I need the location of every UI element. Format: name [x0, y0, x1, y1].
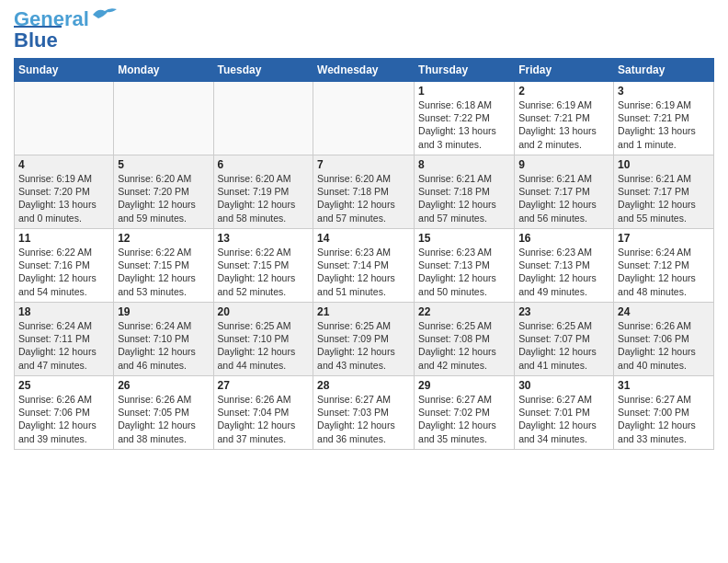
day-number: 6	[218, 158, 310, 171]
day-info: Sunrise: 6:22 AMSunset: 7:15 PMDaylight:…	[118, 246, 209, 298]
calendar-cell: 17Sunrise: 6:24 AMSunset: 7:12 PMDayligh…	[614, 229, 714, 303]
day-number: 3	[618, 85, 710, 98]
day-info: Sunrise: 6:26 AMSunset: 7:06 PMDaylight:…	[618, 319, 710, 372]
day-info: Sunrise: 6:24 AMSunset: 7:12 PMDaylight:…	[618, 246, 710, 298]
day-number: 19	[118, 305, 209, 318]
day-info: Sunrise: 6:25 AMSunset: 7:09 PMDaylight:…	[317, 319, 410, 372]
calendar-week-2: 4Sunrise: 6:19 AMSunset: 7:20 PMDaylight…	[15, 155, 714, 229]
calendar-cell: 10Sunrise: 6:21 AMSunset: 7:17 PMDayligh…	[614, 155, 714, 229]
day-info: Sunrise: 6:21 AMSunset: 7:18 PMDaylight:…	[418, 172, 510, 224]
day-info: Sunrise: 6:23 AMSunset: 7:13 PMDaylight:…	[418, 246, 510, 298]
day-number: 9	[518, 158, 609, 171]
day-info: Sunrise: 6:27 AMSunset: 7:03 PMDaylight:…	[317, 393, 410, 445]
day-number: 13	[218, 232, 310, 245]
day-number: 25	[18, 379, 109, 392]
calendar-cell: 13Sunrise: 6:22 AMSunset: 7:15 PMDayligh…	[213, 229, 313, 303]
day-number: 24	[618, 305, 710, 318]
calendar-cell: 1Sunrise: 6:18 AMSunset: 7:22 PMDaylight…	[415, 82, 515, 155]
day-info: Sunrise: 6:20 AMSunset: 7:20 PMDaylight:…	[118, 172, 209, 224]
weekday-header-tuesday: Tuesday	[213, 59, 313, 82]
calendar-cell	[213, 82, 313, 155]
day-info: Sunrise: 6:27 AMSunset: 7:01 PMDaylight:…	[518, 393, 609, 445]
day-number: 1	[418, 85, 510, 98]
day-number: 31	[618, 379, 710, 392]
calendar-cell: 14Sunrise: 6:23 AMSunset: 7:14 PMDayligh…	[313, 229, 415, 303]
day-number: 8	[418, 158, 510, 171]
day-info: Sunrise: 6:23 AMSunset: 7:14 PMDaylight:…	[317, 246, 410, 298]
day-number: 29	[418, 379, 510, 392]
day-number: 11	[18, 232, 109, 245]
day-number: 14	[317, 232, 410, 245]
day-number: 4	[18, 158, 109, 171]
page-header: General Blue	[14, 9, 714, 52]
day-info: Sunrise: 6:19 AMSunset: 7:20 PMDaylight:…	[18, 172, 109, 224]
logo-bird-icon	[91, 6, 119, 26]
day-number: 30	[518, 379, 609, 392]
day-number: 17	[618, 232, 710, 245]
calendar-cell: 6Sunrise: 6:20 AMSunset: 7:19 PMDaylight…	[213, 155, 313, 229]
day-number: 27	[218, 379, 310, 392]
calendar-week-3: 11Sunrise: 6:22 AMSunset: 7:16 PMDayligh…	[15, 229, 714, 303]
day-info: Sunrise: 6:22 AMSunset: 7:16 PMDaylight:…	[18, 246, 109, 298]
calendar-cell: 8Sunrise: 6:21 AMSunset: 7:18 PMDaylight…	[415, 155, 515, 229]
logo: General Blue	[14, 9, 119, 52]
day-number: 22	[418, 305, 510, 318]
weekday-header-wednesday: Wednesday	[313, 59, 415, 82]
day-info: Sunrise: 6:26 AMSunset: 7:04 PMDaylight:…	[218, 393, 310, 445]
day-info: Sunrise: 6:26 AMSunset: 7:05 PMDaylight:…	[118, 393, 209, 445]
calendar-cell: 24Sunrise: 6:26 AMSunset: 7:06 PMDayligh…	[614, 303, 714, 376]
calendar-cell: 11Sunrise: 6:22 AMSunset: 7:16 PMDayligh…	[15, 229, 114, 303]
day-number: 28	[317, 379, 410, 392]
calendar-cell	[114, 82, 213, 155]
weekday-header-monday: Monday	[114, 59, 213, 82]
calendar-cell: 23Sunrise: 6:25 AMSunset: 7:07 PMDayligh…	[515, 303, 614, 376]
calendar-cell	[313, 82, 415, 155]
day-info: Sunrise: 6:19 AMSunset: 7:21 PMDaylight:…	[518, 98, 609, 151]
weekday-header-saturday: Saturday	[614, 59, 714, 82]
calendar-cell: 22Sunrise: 6:25 AMSunset: 7:08 PMDayligh…	[415, 303, 515, 376]
weekday-header-sunday: Sunday	[15, 59, 114, 82]
logo-blue-text: Blue	[14, 26, 62, 52]
day-info: Sunrise: 6:25 AMSunset: 7:08 PMDaylight:…	[418, 319, 510, 372]
calendar-cell: 3Sunrise: 6:19 AMSunset: 7:21 PMDaylight…	[614, 82, 714, 155]
calendar-cell: 12Sunrise: 6:22 AMSunset: 7:15 PMDayligh…	[114, 229, 213, 303]
calendar-cell: 29Sunrise: 6:27 AMSunset: 7:02 PMDayligh…	[415, 376, 515, 450]
day-number: 12	[118, 232, 209, 245]
day-info: Sunrise: 6:23 AMSunset: 7:13 PMDaylight:…	[518, 246, 609, 298]
calendar-table: SundayMondayTuesdayWednesdayThursdayFrid…	[14, 58, 714, 450]
day-info: Sunrise: 6:22 AMSunset: 7:15 PMDaylight:…	[218, 246, 310, 298]
day-number: 10	[618, 158, 710, 171]
calendar-cell: 25Sunrise: 6:26 AMSunset: 7:06 PMDayligh…	[15, 376, 114, 450]
calendar-cell: 28Sunrise: 6:27 AMSunset: 7:03 PMDayligh…	[313, 376, 415, 450]
calendar-cell: 2Sunrise: 6:19 AMSunset: 7:21 PMDaylight…	[515, 82, 614, 155]
day-info: Sunrise: 6:24 AMSunset: 7:11 PMDaylight:…	[18, 319, 109, 372]
calendar-cell: 4Sunrise: 6:19 AMSunset: 7:20 PMDaylight…	[15, 155, 114, 229]
day-number: 7	[317, 158, 410, 171]
day-info: Sunrise: 6:24 AMSunset: 7:10 PMDaylight:…	[118, 319, 209, 372]
day-number: 18	[18, 305, 109, 318]
day-info: Sunrise: 6:19 AMSunset: 7:21 PMDaylight:…	[618, 98, 710, 151]
calendar-cell	[15, 82, 114, 155]
calendar-cell: 27Sunrise: 6:26 AMSunset: 7:04 PMDayligh…	[213, 376, 313, 450]
day-number: 20	[218, 305, 310, 318]
calendar-header-row: SundayMondayTuesdayWednesdayThursdayFrid…	[15, 59, 714, 82]
day-number: 23	[518, 305, 609, 318]
day-info: Sunrise: 6:25 AMSunset: 7:10 PMDaylight:…	[218, 319, 310, 372]
day-info: Sunrise: 6:20 AMSunset: 7:19 PMDaylight:…	[218, 172, 310, 224]
day-info: Sunrise: 6:26 AMSunset: 7:06 PMDaylight:…	[18, 393, 109, 445]
day-info: Sunrise: 6:27 AMSunset: 7:00 PMDaylight:…	[618, 393, 710, 445]
day-number: 21	[317, 305, 410, 318]
weekday-header-thursday: Thursday	[415, 59, 515, 82]
day-number: 2	[518, 85, 609, 98]
weekday-header-friday: Friday	[515, 59, 614, 82]
calendar-cell: 20Sunrise: 6:25 AMSunset: 7:10 PMDayligh…	[213, 303, 313, 376]
calendar-cell: 7Sunrise: 6:20 AMSunset: 7:18 PMDaylight…	[313, 155, 415, 229]
day-number: 15	[418, 232, 510, 245]
day-info: Sunrise: 6:20 AMSunset: 7:18 PMDaylight:…	[317, 172, 410, 224]
calendar-cell: 9Sunrise: 6:21 AMSunset: 7:17 PMDaylight…	[515, 155, 614, 229]
calendar-cell: 18Sunrise: 6:24 AMSunset: 7:11 PMDayligh…	[15, 303, 114, 376]
day-number: 16	[518, 232, 609, 245]
calendar-week-4: 18Sunrise: 6:24 AMSunset: 7:11 PMDayligh…	[15, 303, 714, 376]
day-number: 5	[118, 158, 209, 171]
calendar-cell: 15Sunrise: 6:23 AMSunset: 7:13 PMDayligh…	[415, 229, 515, 303]
